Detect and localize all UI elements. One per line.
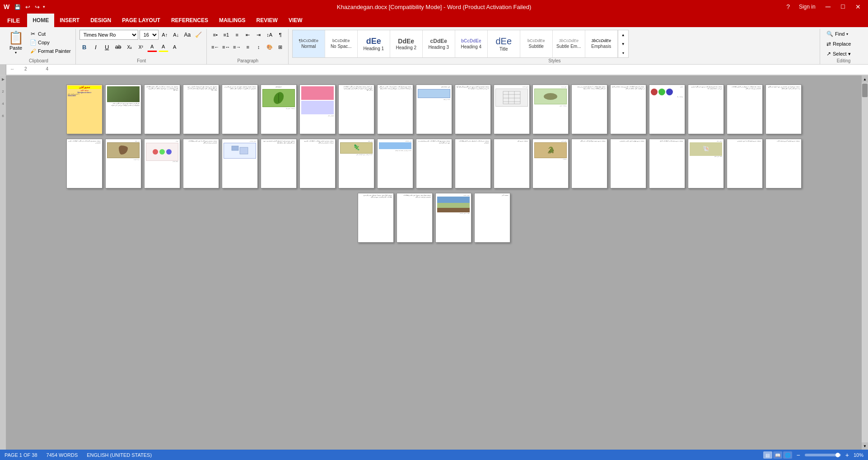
paste-button[interactable]: 📋 Paste ▾: [5, 30, 27, 56]
align-left-btn[interactable]: ≡←: [210, 42, 220, 52]
style-more-btn[interactable]: ▾: [618, 48, 628, 57]
show-hide-btn[interactable]: ¶: [275, 30, 285, 40]
page-thumb-16[interactable]: تصاویر توضیحات رنگ: [649, 84, 685, 134]
page-thumb-22[interactable]: نمودار توضیح نمودار: [144, 139, 180, 188]
change-case-btn[interactable]: Aa: [182, 30, 192, 40]
superscript-btn[interactable]: X²: [136, 42, 146, 52]
page-thumb-r3-2[interactable]: صفحه دوم از ردیف سوم با متن علمی و اطلاع…: [397, 193, 433, 243]
page-thumb-29[interactable]: صفحه بیست و نهم کتاب با اطلاعات علمی و ت…: [416, 139, 452, 188]
scroll-thumb[interactable]: [862, 84, 868, 97]
bold-btn[interactable]: B: [79, 42, 89, 52]
style-scroll-up[interactable]: ▲: [618, 30, 628, 39]
scroll-up-btn[interactable]: ▲: [862, 75, 868, 83]
page-thumb-7[interactable]: محتوای رنگی: [299, 84, 336, 134]
page-thumb-13[interactable]: تصویر خزنده توضیحات تصویر: [532, 84, 569, 134]
line-spacing-btn[interactable]: ↕: [254, 42, 264, 52]
font-size-select[interactable]: 16: [140, 30, 159, 40]
page-thumb-8[interactable]: متن اصلی صفحه هشتم کتاب خزندگان با اطلاع…: [338, 84, 374, 134]
cut-button[interactable]: ✂ Cut: [28, 30, 73, 38]
format-painter-button[interactable]: 🖌 Format Painter: [28, 47, 73, 55]
redo-quick-btn[interactable]: ↪: [33, 4, 41, 10]
find-button[interactable]: 🔍 Find ▾: [824, 30, 851, 38]
clear-formatting-btn[interactable]: 🧹: [194, 30, 204, 40]
page-thumb-11[interactable]: صفحه یازدهم متن کامل در مورد خزندگان و و…: [455, 84, 491, 134]
italic-btn[interactable]: I: [91, 42, 101, 52]
page-thumb-35[interactable]: صفحه سی و پنجم کتاب با اطلاعات کامل: [649, 139, 685, 188]
page-thumb-6[interactable]: عنوان فصل توضیحات تصویر برگ: [261, 84, 297, 134]
font-color-btn[interactable]: A: [147, 42, 157, 52]
page-thumb-28[interactable]: متن با هایلایت ادامه متن فارسی صفحه بیست…: [377, 139, 413, 188]
page-thumb-r3-1[interactable]: صفحه اول از ردیف سوم با محتوای متنی فارس…: [358, 193, 394, 243]
text-color-btn[interactable]: A: [170, 42, 180, 52]
page-thumb-34[interactable]: صفحه سی و چهارم با متن علمی تخصصی: [610, 139, 646, 188]
style-heading4[interactable]: bCcDdEe Heading 4: [455, 30, 488, 58]
borders-btn[interactable]: ⊞: [275, 42, 285, 52]
page-thumb-2[interactable]: متن فارسی صفحه دوم در مورد خزندگان و سای…: [105, 84, 141, 134]
select-button[interactable]: ↗ Select ▾: [824, 50, 854, 58]
close-btn[interactable]: ✕: [852, 3, 864, 10]
style-subtitle[interactable]: bCcDdEe Subtitle: [520, 30, 553, 58]
style-scroll-down[interactable]: ▼: [618, 39, 628, 48]
sign-in-btn[interactable]: Sign in: [795, 4, 819, 10]
subscript-btn[interactable]: X₂: [125, 42, 135, 52]
page-thumb-10[interactable]: متن صفحه دهم ادامه متن صفحه: [416, 84, 452, 134]
style-heading3[interactable]: cDdEe Heading 3: [423, 30, 455, 58]
shading-btn[interactable]: 🎨: [265, 42, 275, 52]
scroll-down-btn[interactable]: ▼: [862, 442, 868, 450]
minimize-btn[interactable]: ─: [822, 3, 834, 10]
page-thumb-12[interactable]: جدول مقایسه: [494, 84, 530, 134]
tab-home[interactable]: HOME: [27, 14, 54, 27]
style-normal[interactable]: ¶bCcDdEe Normal: [293, 30, 325, 58]
tab-mailings[interactable]: MAILINGS: [214, 14, 251, 27]
read-mode-btn[interactable]: 📖: [773, 451, 782, 459]
style-no-spacing[interactable]: bCcDdEe No Spac...: [325, 30, 358, 58]
tab-insert[interactable]: INSERT: [54, 14, 85, 27]
underline-btn[interactable]: U: [102, 42, 112, 52]
page-thumb-r3-4[interactable]: صفحه آخر: [474, 193, 510, 243]
tab-references[interactable]: REFERENCES: [166, 14, 214, 27]
copy-button[interactable]: 📄 Copy: [28, 38, 73, 47]
page-thumb-33[interactable]: صفحه سی و سوم متن کامل کتاب خزندگان: [571, 139, 607, 188]
page-thumb-4[interactable]: محتوای متنی صفحه چهار با توضیحات کامل در…: [183, 84, 219, 134]
page-thumb-27[interactable]: متن صفحه 🦎 ادامه متن علمی در مورد گونه ه…: [338, 139, 374, 188]
tab-page-layout[interactable]: PAGE LAYOUT: [117, 14, 166, 27]
save-quick-btn[interactable]: 💾: [13, 4, 22, 10]
page-thumb-26[interactable]: صفحه بیست و ششم متن کتاب با اطلاعات علمی…: [299, 139, 336, 188]
document-content[interactable]: تحقیق آنلاین مرجع دانلود Rahighocambie.i…: [6, 75, 862, 450]
highlight-btn[interactable]: A: [159, 42, 168, 52]
decrease-indent-btn[interactable]: ⇤: [243, 30, 253, 40]
right-scrollbar[interactable]: ▲ ▼: [862, 75, 868, 450]
page-thumb-32[interactable]: تصویر جانور 🐊 توضیحات: [532, 139, 569, 188]
page-thumb-20[interactable]: صفحه بیستم متن کامل کتاب خزندگان با اطلا…: [66, 139, 103, 188]
page-thumb-5[interactable]: صفحه پنجم با محتوای جدول بندی شده و متن …: [222, 84, 258, 134]
page-thumb-30[interactable]: صفحه سی ام کتاب با محتوای متنی کامل و اط…: [455, 139, 491, 188]
zoom-slider[interactable]: [805, 454, 841, 456]
style-heading1[interactable]: dEe Heading 1: [358, 30, 390, 58]
increase-font-btn[interactable]: A↑: [160, 30, 170, 40]
page-thumb-38-preview[interactable]: صفحه سی و هشتم آخرین صفحه کتاب: [765, 139, 802, 188]
align-right-btn[interactable]: ≡→: [232, 42, 242, 52]
style-emphasis[interactable]: 3bCcDdEe Emphasis: [585, 30, 618, 58]
font-name-select[interactable]: Times New Ro: [79, 30, 138, 40]
increase-indent-btn[interactable]: ⇥: [254, 30, 264, 40]
page-thumb-24[interactable]: نمودار جعبه ای: [222, 139, 258, 188]
paste-dropdown-icon[interactable]: ▾: [15, 51, 17, 55]
strikethrough-btn[interactable]: ab: [113, 42, 123, 52]
tab-file[interactable]: FILE: [0, 14, 27, 27]
style-heading2[interactable]: DdEe Heading 2: [390, 30, 423, 58]
dropdown-quick[interactable]: ▾: [43, 5, 45, 9]
tab-view[interactable]: VIEW: [283, 14, 308, 27]
page-thumb-18[interactable]: صفحه هجدهم کتاب با متن فارسی کامل و اطلا…: [727, 84, 763, 134]
print-layout-btn[interactable]: ▤: [763, 451, 772, 459]
style-title[interactable]: dEe Title: [488, 30, 520, 58]
justify-btn[interactable]: ≡: [243, 42, 253, 52]
zoom-out-btn[interactable]: −: [797, 451, 800, 459]
help-btn[interactable]: ?: [784, 3, 793, 10]
undo-quick-btn[interactable]: ↩: [24, 4, 32, 10]
page-thumb-23[interactable]: صفحه بیست و سوم کتاب با متن علمی و اطلاع…: [183, 139, 219, 188]
page-thumb-17[interactable]: صفحه هفدهم محتوای کتاب در مورد خزندگان ا…: [688, 84, 724, 134]
numbering-btn[interactable]: ≡1: [221, 30, 231, 40]
page-thumb-3[interactable]: محتوای متنی صفحه سه کتاب خزندگان شامل اط…: [144, 84, 180, 134]
page-thumb-14[interactable]: صفحه چهاردهم کتاب با محتوای تخصصی در زمی…: [571, 84, 607, 134]
page-thumb-r3-3[interactable]: تصویر طبیعت صفحه با تصویر طبیعت: [435, 193, 471, 243]
